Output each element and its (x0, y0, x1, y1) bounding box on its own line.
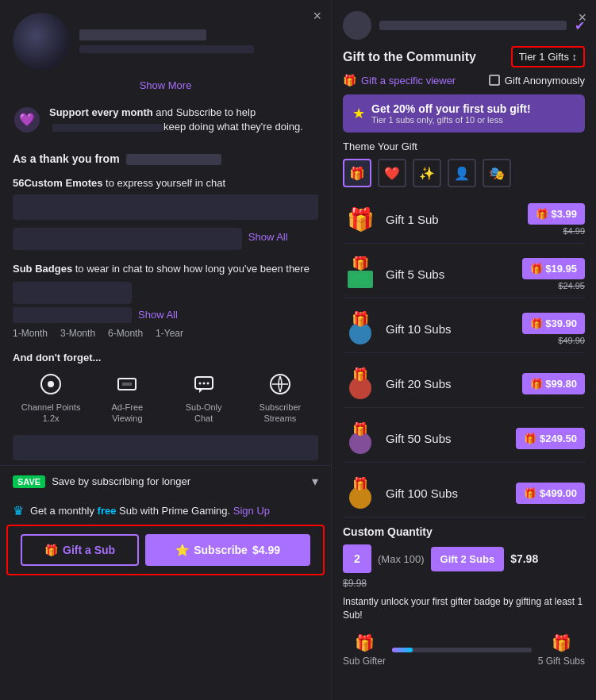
subscribe-button[interactable]: ⭐ Subscribe $4.99 (145, 534, 310, 566)
svg-text:💜: 💜 (19, 112, 35, 127)
save-chevron-icon: ▾ (312, 474, 318, 489)
emotes-row2-bar (13, 228, 242, 250)
subscriber-streams-label: SubscriberStreams (260, 402, 302, 425)
channel-points-label: Channel Points1.2x (21, 402, 81, 425)
right-options-row: 🎁 Gift a specific viewer Gift Anonymousl… (332, 74, 596, 94)
show-all-badges-link[interactable]: Show All (138, 309, 178, 321)
action-buttons: 🎁 Gift a Sub ⭐ Subscribe $4.99 (6, 525, 325, 575)
theme-label: Theme Your Gift (343, 140, 585, 152)
custom-qty-label: Custom Quantity (343, 525, 585, 538)
gift-10-image: 🎁 (343, 311, 378, 346)
emotes-section: 56Custom Emotes to express yourself in c… (0, 171, 331, 255)
custom-gift-button[interactable]: Gift 2 Subs (431, 547, 505, 571)
support-text: Support every month and Subscribe to hel… (49, 106, 303, 134)
custom-qty-section: Custom Quantity (Max 100) Gift 2 Subs $7… (332, 517, 596, 578)
sub-chat-icon (191, 371, 217, 397)
svg-point-8 (198, 382, 201, 384)
channel-avatar (13, 13, 70, 70)
gift-20-image: 🎁 (343, 366, 378, 401)
gift-specific-viewer[interactable]: 🎁 Gift a specific viewer (343, 74, 456, 87)
save-section[interactable]: SAVE Save by subscribing for longer ▾ (0, 465, 331, 497)
svg-point-9 (202, 382, 205, 384)
gift-50-btn[interactable]: 🎁 $249.50 (516, 428, 585, 449)
left-panel: × Show More 💜 Support every month and Su… (0, 0, 332, 700)
gift-1-btn[interactable]: 🎁 $3.99 (528, 203, 585, 225)
gift-5-btn[interactable]: 🎁 $19.95 (522, 258, 585, 279)
gifter-badge-section: Instantly unlock your first gifter badge… (332, 589, 596, 629)
gifter-end-icon: 🎁 (552, 633, 571, 652)
gift-1-original: $4.99 (563, 226, 585, 236)
dont-forget-label: And don't forget... (0, 345, 331, 367)
theme-section: Theme Your Gift 🎁 ❤️ ✨ 👤 🎭 (332, 140, 596, 195)
gift-5-original: $24.95 (558, 281, 585, 290)
theme-mask[interactable]: 🎭 (483, 159, 511, 187)
right-close-button[interactable]: × (578, 10, 586, 26)
gift-row-100: 🎁 Gift 100 Subs 🎁 $499.00 (343, 469, 585, 517)
gifter-end-label: 🎁 5 Gift Subs (538, 633, 585, 667)
gift-50-price-col: 🎁 $249.50 (516, 428, 585, 449)
svg-text:🎁: 🎁 (352, 476, 368, 491)
gift-5-price-col: 🎁 $19.95 $24.95 (522, 258, 585, 290)
channel-desc-bar (79, 45, 254, 53)
perk-channel-points: Channel Points1.2x (19, 371, 83, 425)
support-icon: 💜 (13, 106, 41, 134)
badges-section: Sub Badges to wear in chat to show how l… (0, 255, 331, 344)
right-header: ✔ (332, 0, 596, 46)
perk-ad-free: Ad-FreeViewing (95, 371, 159, 425)
gift-10-btn[interactable]: 🎁 $39.90 (522, 313, 585, 334)
gifter-progress: 🎁 Sub Gifter 🎁 5 Gift Subs (332, 629, 596, 671)
gift-20-btn[interactable]: 🎁 $99.80 (522, 373, 585, 394)
duration-labels: 1-Month 3-Month 6-Month 1-Year (13, 328, 318, 339)
gifter-progress-bar (392, 648, 532, 652)
gift-1-name: Gift 1 Sub (386, 213, 520, 226)
prime-text: Get a monthly free Sub with Prime Gaming… (30, 505, 270, 517)
custom-qty-input[interactable] (343, 544, 371, 573)
theme-gift-box[interactable]: 🎁 (343, 159, 371, 187)
svg-point-3 (48, 381, 54, 387)
qty-max-label: (Max 100) (378, 553, 425, 565)
right-avatar (343, 11, 371, 40)
gift-options-list: 🎁 Gift 1 Sub 🎁 $3.99 $4.99 🎁 Gift 5 Subs… (332, 195, 596, 517)
gift-10-name: Gift 10 Subs (386, 322, 514, 336)
theme-person[interactable]: 👤 (448, 159, 476, 187)
sign-up-link[interactable]: Sign Up (233, 505, 270, 517)
theme-options: 🎁 ❤️ ✨ 👤 🎭 (343, 159, 585, 187)
gift-5-name: Gift 5 Subs (386, 267, 514, 281)
left-close-button[interactable]: × (313, 8, 321, 25)
theme-heart[interactable]: ❤️ (378, 159, 406, 187)
gifter-start-label: 🎁 Sub Gifter (343, 633, 386, 667)
gift-100-image: 🎁 (343, 475, 378, 510)
anon-row: Gift Anonymously (489, 75, 585, 87)
save-badge: SAVE (13, 475, 45, 488)
svg-marker-7 (199, 389, 203, 393)
gift-100-btn[interactable]: 🎁 $499.00 (516, 483, 585, 504)
prime-crown-icon: ♛ (13, 503, 24, 518)
tier-dropdown[interactable]: Tier 1 Gifts ↕ (511, 46, 585, 67)
promo-star-icon: ★ (352, 105, 365, 122)
support-banner: 💜 Support every month and Subscribe to h… (0, 98, 331, 142)
theme-sparkle[interactable]: ✨ (413, 159, 441, 187)
gifter-start-icon: 🎁 (355, 633, 375, 652)
gift-10-original: $49.90 (558, 336, 585, 345)
gift-20-name: Gift 20 Subs (386, 377, 514, 390)
gift-100-price-col: 🎁 $499.00 (516, 483, 585, 504)
duration-1year: 1-Year (156, 328, 183, 339)
gift-row-1: 🎁 Gift 1 Sub 🎁 $3.99 $4.99 (343, 195, 585, 244)
emotes-text: 56Custom Emotes to express yourself in c… (13, 177, 225, 189)
perk-subscriber-streams: SubscriberStreams (248, 371, 312, 425)
svg-rect-5 (122, 383, 132, 386)
duration-1month: 1-Month (13, 328, 48, 339)
custom-qty-row: (Max 100) Gift 2 Subs $7.98 (343, 544, 585, 573)
gift-sub-button[interactable]: 🎁 Gift a Sub (21, 534, 139, 566)
gift-5-image: 🎁 (343, 256, 378, 291)
show-more-button[interactable]: Show More (0, 76, 331, 98)
anon-label: Gift Anonymously (505, 75, 585, 87)
gift-row-10: 🎁 Gift 10 Subs 🎁 $39.90 $49.90 (343, 305, 585, 353)
save-text: Save by subscribing for longer (52, 475, 306, 487)
bottom-bar (13, 435, 318, 460)
anon-checkbox[interactable] (489, 75, 500, 86)
duration-3month: 3-Month (60, 328, 95, 339)
thank-you-section: As a thank you from (0, 142, 331, 171)
show-all-emotes-link[interactable]: Show All (248, 231, 288, 243)
gift-10-price-col: 🎁 $39.90 $49.90 (522, 313, 585, 345)
